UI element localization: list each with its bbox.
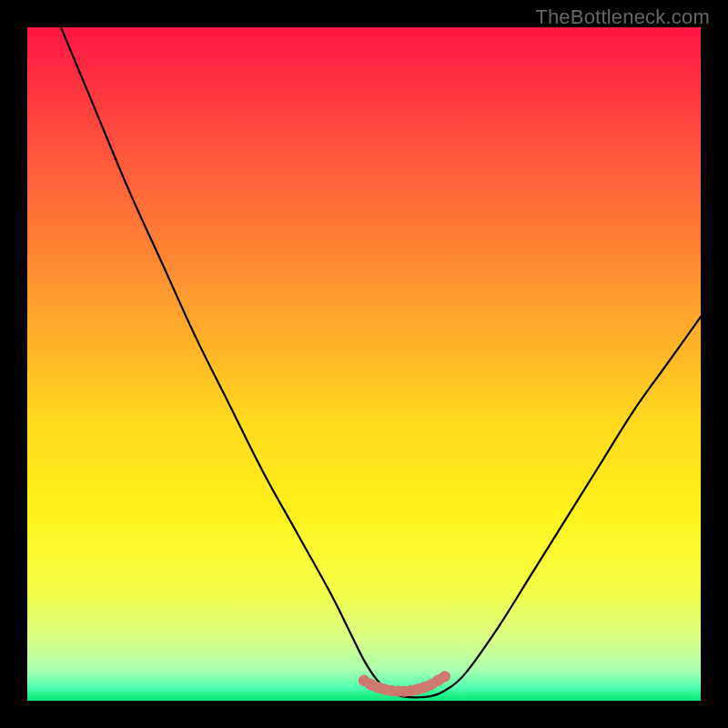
- chart-frame: TheBottleneck.com: [0, 0, 728, 728]
- curve-layer: [27, 27, 701, 701]
- watermark-text: TheBottleneck.com: [535, 5, 710, 29]
- bottleneck-curve: [61, 27, 701, 697]
- flat-bottom-dot: [440, 671, 450, 682]
- plot-area: [27, 27, 701, 701]
